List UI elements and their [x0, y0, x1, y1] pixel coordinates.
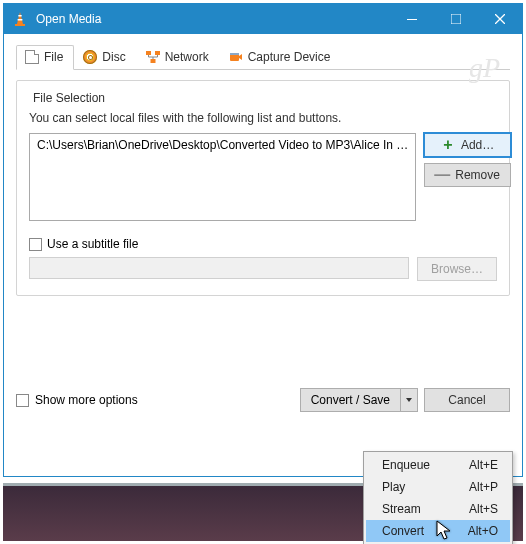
show-more-label: Show more options	[35, 393, 138, 407]
tab-network[interactable]: Network	[137, 45, 220, 70]
tab-disc[interactable]: Disc	[74, 45, 136, 70]
dropdown-arrow[interactable]	[400, 388, 418, 412]
tab-label: Capture Device	[248, 50, 331, 64]
close-button[interactable]	[478, 4, 522, 34]
network-icon	[146, 50, 160, 64]
titlebar[interactable]: Open Media	[4, 4, 522, 34]
add-button[interactable]: + Add…	[424, 133, 511, 157]
show-more-checkbox[interactable]	[16, 394, 29, 407]
menu-item-enqueue[interactable]: Enqueue Alt+E	[366, 454, 510, 476]
subtitle-checkbox[interactable]	[29, 238, 42, 251]
svg-rect-0	[15, 24, 25, 26]
capture-icon	[229, 50, 243, 64]
file-item[interactable]: C:\Users\Brian\OneDrive\Desktop\Converte…	[35, 137, 410, 153]
tab-strip: File Disc Network Capture Device	[16, 42, 510, 70]
button-label: Add…	[461, 138, 494, 152]
disc-icon	[83, 50, 97, 64]
maximize-button[interactable]	[434, 4, 478, 34]
convert-save-menu: Enqueue Alt+E Play Alt+P Stream Alt+S Co…	[363, 451, 513, 544]
menu-accel: Alt+S	[469, 502, 498, 516]
browse-button: Browse…	[417, 257, 497, 281]
svg-rect-2	[18, 19, 23, 21]
button-label: Cancel	[448, 393, 485, 407]
menu-label: Stream	[382, 502, 421, 516]
file-icon	[25, 50, 39, 64]
file-selection-group: File Selection You can select local file…	[16, 80, 510, 296]
convert-save-button[interactable]: Convert / Save	[300, 388, 418, 412]
menu-accel: Alt+O	[468, 524, 498, 538]
minus-icon: —	[435, 168, 449, 182]
button-label: Remove	[455, 168, 500, 182]
hint-text: You can select local files with the foll…	[29, 111, 497, 125]
file-list[interactable]: C:\Users\Brian\OneDrive\Desktop\Converte…	[29, 133, 416, 221]
group-title: File Selection	[29, 91, 109, 105]
button-label: Browse…	[431, 262, 483, 276]
minimize-button[interactable]	[390, 4, 434, 34]
subtitle-label: Use a subtitle file	[47, 237, 138, 251]
menu-label: Enqueue	[382, 458, 430, 472]
tab-label: Network	[165, 50, 209, 64]
menu-item-convert[interactable]: Convert Alt+O	[366, 520, 510, 542]
cancel-button[interactable]: Cancel	[424, 388, 510, 412]
menu-item-stream[interactable]: Stream Alt+S	[366, 498, 510, 520]
svg-rect-7	[150, 59, 155, 63]
remove-button[interactable]: — Remove	[424, 163, 511, 187]
plus-icon: +	[441, 138, 455, 152]
tab-label: Disc	[102, 50, 125, 64]
menu-label: Convert	[382, 524, 424, 538]
svg-rect-3	[407, 19, 417, 20]
tab-capture[interactable]: Capture Device	[220, 45, 342, 70]
tab-label: File	[44, 50, 63, 64]
menu-accel: Alt+P	[469, 480, 498, 494]
menu-item-play[interactable]: Play Alt+P	[366, 476, 510, 498]
svg-rect-9	[230, 53, 239, 55]
menu-label: Play	[382, 480, 405, 494]
svg-rect-1	[18, 15, 21, 17]
window-title: Open Media	[36, 12, 390, 26]
subtitle-path-field	[29, 257, 409, 279]
vlc-icon	[12, 11, 28, 27]
menu-accel: Alt+E	[469, 458, 498, 472]
svg-rect-5	[146, 51, 151, 55]
button-label: Convert / Save	[311, 393, 390, 407]
svg-rect-6	[155, 51, 160, 55]
tab-file[interactable]: File	[16, 45, 74, 70]
open-media-dialog: Open Media gP File Disc Network Capture …	[3, 3, 523, 477]
svg-rect-4	[451, 14, 461, 24]
